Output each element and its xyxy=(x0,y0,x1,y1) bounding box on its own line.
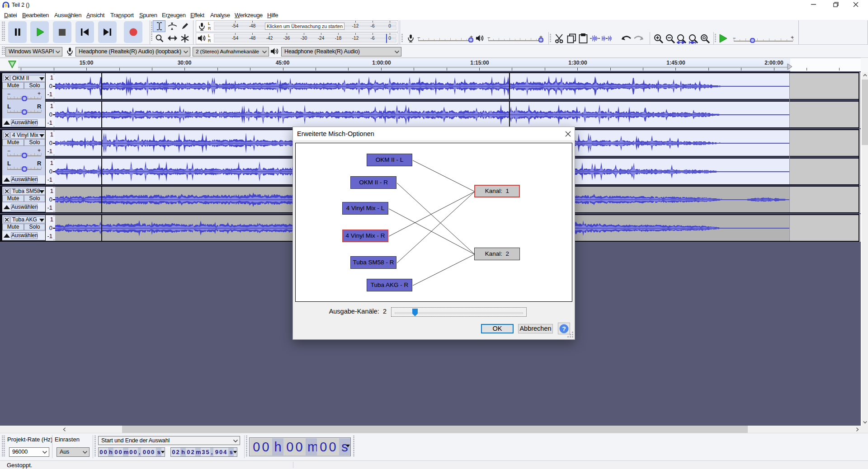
svg-text:?: ? xyxy=(562,325,566,333)
